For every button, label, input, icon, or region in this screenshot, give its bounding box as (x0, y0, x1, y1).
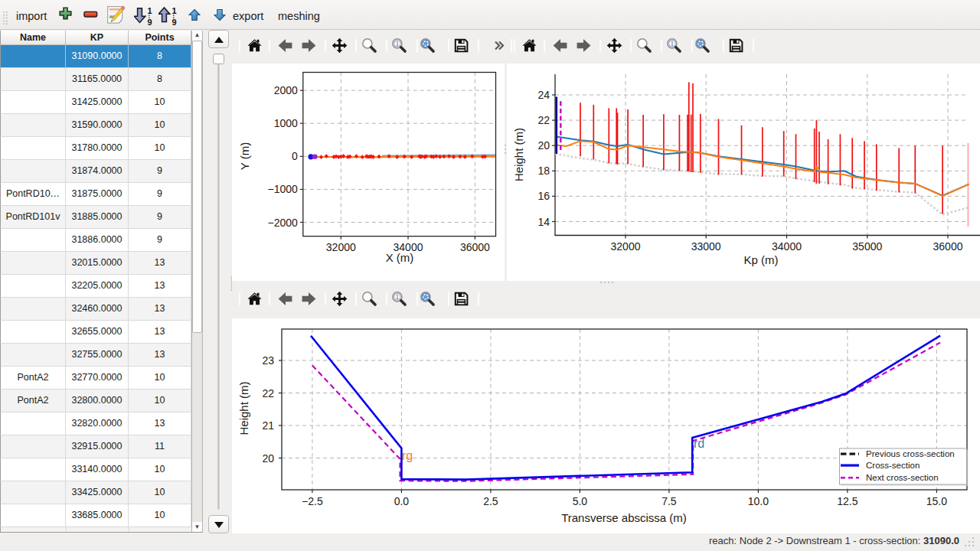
svg-text:−1000: −1000 (267, 183, 298, 195)
svg-text:36000: 36000 (933, 240, 963, 253)
svg-text:Cross-section: Cross-section (866, 461, 920, 470)
svg-text:18: 18 (537, 165, 550, 177)
svg-text:Previous cross-section: Previous cross-section (866, 449, 955, 458)
svg-text:34000: 34000 (772, 240, 802, 253)
svg-text:X (m): X (m) (386, 251, 414, 264)
svg-text:7.5: 7.5 (662, 495, 677, 507)
svg-text:22: 22 (537, 114, 550, 126)
svg-text:2000: 2000 (274, 84, 298, 96)
svg-text:36000: 36000 (460, 241, 490, 253)
svg-text:20: 20 (262, 452, 274, 465)
svg-text:10.0: 10.0 (748, 495, 769, 507)
svg-text:22: 22 (262, 387, 274, 399)
svg-text:0: 0 (292, 150, 298, 162)
svg-text:Y (m): Y (m) (238, 142, 251, 170)
svg-text:1: 1 (172, 6, 177, 15)
svg-text:Height (m): Height (m) (512, 128, 525, 181)
svg-text:0.0: 0.0 (394, 495, 410, 507)
svg-text:20: 20 (537, 139, 550, 152)
svg-text:−2.5: −2.5 (302, 495, 323, 507)
svg-text:9: 9 (148, 18, 152, 26)
svg-text:Kp (m): Kp (m) (744, 253, 779, 266)
svg-text:21: 21 (262, 419, 274, 432)
svg-text:33000: 33000 (691, 240, 721, 253)
svg-text:2.5: 2.5 (483, 495, 498, 507)
svg-text:14: 14 (537, 216, 550, 228)
svg-text:−2000: −2000 (267, 217, 298, 229)
svg-text:16: 16 (537, 190, 550, 202)
svg-text:rg: rg (402, 449, 413, 462)
svg-text:1000: 1000 (274, 117, 298, 129)
svg-text:35000: 35000 (852, 240, 882, 253)
svg-text:rd: rd (694, 437, 704, 450)
svg-text:Transverse abscissa (m): Transverse abscissa (m) (561, 511, 687, 524)
svg-text:Height (m): Height (m) (237, 381, 250, 435)
svg-text:23: 23 (262, 354, 274, 367)
svg-text:15.0: 15.0 (926, 495, 947, 507)
svg-text:1: 1 (148, 6, 152, 15)
svg-text:24: 24 (537, 89, 550, 101)
svg-text:Next cross-section: Next cross-section (866, 473, 939, 482)
svg-text:32000: 32000 (611, 240, 641, 253)
svg-text:32000: 32000 (326, 241, 356, 253)
svg-text:12.5: 12.5 (837, 495, 858, 507)
svg-text:5.0: 5.0 (573, 495, 588, 507)
svg-text:9: 9 (172, 18, 177, 26)
